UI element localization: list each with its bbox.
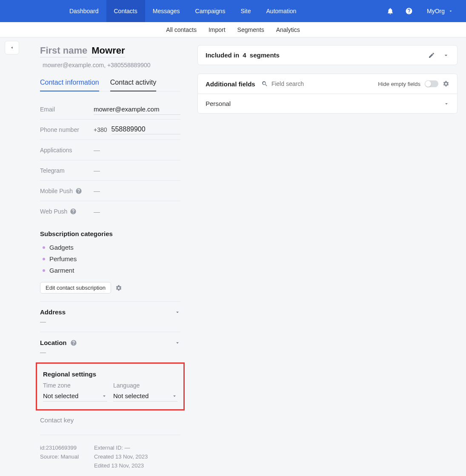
subscription-item: Garment	[40, 265, 180, 276]
contact-meta: id:2310669399 Source: Manual External ID…	[40, 435, 180, 470]
chevron-down-icon	[174, 309, 180, 315]
nav-automation[interactable]: Automation	[259, 0, 304, 22]
timezone-value: Not selected	[43, 392, 78, 399]
meta-edited: Edited 13 Nov, 2023	[94, 462, 148, 470]
org-name: MyOrg	[427, 8, 445, 14]
regional-title: Regional settings	[43, 371, 177, 378]
address-title: Address	[40, 308, 66, 316]
nav-messages[interactable]: Messages	[145, 0, 188, 22]
field-telegram: Telegram —	[40, 160, 180, 181]
nav-campaigns[interactable]: Campaigns	[188, 0, 233, 22]
applications-value: —	[94, 145, 180, 155]
first-name-field[interactable]: First name	[40, 45, 87, 57]
location-toggle[interactable]: Location	[40, 339, 180, 346]
help-icon[interactable]	[400, 0, 418, 22]
subscription-title: Subscription categories	[40, 230, 180, 237]
chevron-down-icon[interactable]	[443, 52, 449, 59]
meta-created: Created 13 Nov, 2023	[94, 453, 148, 462]
subscription-item: Gadgets	[40, 242, 180, 253]
contact-summary: mowrer@example.com, +380558889900	[43, 62, 151, 68]
bell-icon[interactable]	[381, 0, 400, 22]
email-label: Email	[40, 106, 94, 113]
additional-fields-card: Additional fields Hide empty fields Pers…	[197, 74, 457, 114]
chevron-down-icon	[443, 101, 449, 107]
help-circle-icon[interactable]	[70, 208, 77, 215]
timezone-select[interactable]: Not selected	[43, 390, 107, 402]
contact-key-label: Contact key	[40, 416, 180, 424]
help-circle-icon[interactable]	[70, 339, 77, 346]
field-applications: Applications —	[40, 140, 180, 160]
phone-value[interactable]: 558889900	[111, 125, 180, 134]
segments-suffix: segments	[250, 51, 280, 59]
pencil-icon[interactable]	[428, 52, 435, 59]
mobile-push-value: —	[94, 185, 180, 196]
address-value: —	[40, 318, 180, 325]
subscription-item: Perfumes	[40, 253, 180, 265]
subnav-segments[interactable]: Segments	[237, 26, 265, 33]
top-navbar: Dashboard Contacts Messages Campaigns Si…	[0, 0, 466, 22]
last-name-field[interactable]: Mowrer	[91, 45, 125, 57]
subscription-list: Gadgets Perfumes Garment	[40, 242, 180, 276]
subnav-import[interactable]: Import	[208, 26, 226, 33]
location-title: Location	[40, 339, 77, 346]
personal-label: Personal	[206, 100, 231, 107]
edit-subscription-button[interactable]: Edit contact subscription	[40, 282, 111, 294]
gear-icon[interactable]	[115, 285, 122, 291]
segments-card: Included in 4 segments	[197, 45, 457, 65]
chevron-down-icon	[448, 9, 453, 14]
location-block: Location —	[40, 332, 180, 362]
mobile-push-label: Mobile Push	[40, 188, 94, 194]
phone-label: Phone number	[40, 126, 94, 133]
contact-tabs: Contact information Contact activity	[40, 77, 180, 91]
language-label: Language	[113, 382, 177, 389]
segments-prefix: Included in	[206, 51, 239, 59]
subnav-all-contacts[interactable]: All contacts	[165, 26, 197, 33]
nav-site[interactable]: Site	[233, 0, 258, 22]
field-mobile-push: Mobile Push —	[40, 181, 180, 201]
email-value[interactable]: mowrer@example.com	[94, 104, 180, 115]
hide-empty-label: Hide empty fields	[378, 81, 420, 87]
field-web-push: Web Push —	[40, 201, 180, 222]
contact-title: First name Mowrer mowrer@example.com, +3…	[40, 45, 180, 68]
segments-count: 4	[243, 51, 246, 59]
meta-id: id:2310669399	[40, 444, 79, 453]
address-block: Address —	[40, 302, 180, 332]
chevron-down-icon	[174, 340, 180, 346]
additional-fields-title: Additional fields	[206, 80, 255, 88]
location-value: —	[40, 349, 180, 356]
timezone-label: Time zone	[43, 382, 107, 389]
contact-key-block: Contact key	[40, 410, 180, 435]
web-push-label-text: Web Push	[40, 208, 67, 215]
web-push-value: —	[94, 206, 180, 217]
search-icon	[261, 80, 268, 87]
chevron-down-icon	[101, 393, 107, 399]
meta-external-id: External ID: —	[94, 444, 148, 453]
nav-dashboard[interactable]: Dashboard	[62, 0, 106, 22]
field-phone: Phone number +380 558889900	[40, 120, 180, 140]
personal-section-toggle[interactable]: Personal	[206, 100, 449, 107]
phone-prefix: +380	[94, 126, 107, 133]
tab-contact-activity[interactable]: Contact activity	[110, 77, 156, 91]
help-circle-icon[interactable]	[75, 188, 82, 194]
location-title-text: Location	[40, 339, 67, 346]
subnav-analytics[interactable]: Analytics	[275, 26, 301, 33]
language-value: Not selected	[113, 392, 149, 399]
chevron-left-icon	[10, 45, 14, 51]
meta-source: Source: Manual	[40, 453, 79, 462]
mobile-push-label-text: Mobile Push	[40, 188, 73, 194]
contacts-subnav: All contacts Import Segments Analytics	[0, 22, 466, 37]
back-button[interactable]	[5, 41, 19, 54]
gear-icon[interactable]	[443, 80, 449, 87]
telegram-value: —	[94, 165, 180, 176]
web-push-label: Web Push	[40, 208, 94, 215]
language-select[interactable]: Not selected	[113, 390, 177, 402]
nav-contacts[interactable]: Contacts	[106, 0, 145, 22]
field-search-input[interactable]	[271, 80, 330, 88]
field-email: Email mowrer@example.com	[40, 99, 180, 120]
applications-label: Applications	[40, 147, 94, 154]
org-switcher[interactable]: MyOrg	[418, 0, 466, 22]
tab-contact-information[interactable]: Contact information	[40, 77, 99, 91]
segments-title: Included in 4 segments	[206, 51, 280, 59]
hide-empty-toggle[interactable]	[425, 80, 438, 87]
address-toggle[interactable]: Address	[40, 308, 180, 316]
